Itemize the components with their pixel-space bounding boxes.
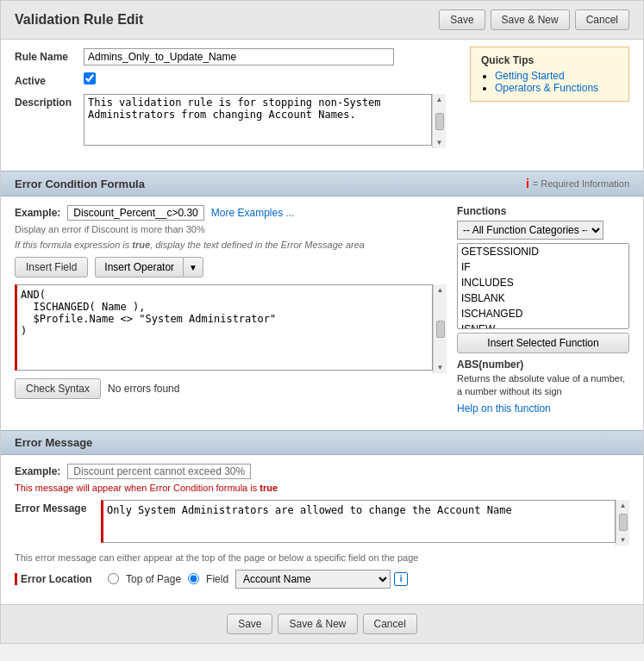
quick-tips-list: Getting Started Operators & Functions bbox=[481, 70, 618, 94]
function-item-includes: INCLUDES bbox=[458, 275, 628, 290]
error-message-title: Error Message bbox=[15, 436, 92, 449]
btn-row: Insert Field Insert Operator ▼ bbox=[15, 257, 447, 277]
error-msg-scroll-down-icon: ▼ bbox=[620, 536, 627, 544]
insert-operator-split-btn: Insert Operator ▼ bbox=[95, 257, 203, 277]
check-syntax-button[interactable]: Check Syntax bbox=[15, 378, 101, 399]
error-msg-row: Error Message Only System Administrators… bbox=[15, 500, 629, 546]
error-msg-example-box: Discount percent cannot exceed 30% bbox=[67, 464, 251, 479]
help-on-function-link[interactable]: Help on this function bbox=[457, 402, 629, 415]
footer-save-button[interactable]: Save bbox=[227, 614, 272, 634]
radio-field-label: Field bbox=[206, 573, 228, 585]
active-label: Active bbox=[15, 72, 84, 87]
field-dropdown[interactable]: Account Name Account Number Account Owne… bbox=[235, 570, 391, 589]
description-row: Description This validation rule is for … bbox=[15, 94, 629, 148]
function-description: Returns the absolute value of a number, … bbox=[457, 372, 629, 399]
functions-panel: Functions -- All Function Categories -- … bbox=[457, 205, 629, 415]
check-syntax-row: Check Syntax No errors found bbox=[15, 378, 447, 399]
required-icon: i bbox=[526, 177, 529, 190]
radio-top-label: Top of Page bbox=[126, 573, 181, 585]
function-item-ischanged: ISCHANGED bbox=[458, 306, 628, 321]
error-condition-section-header: Error Condition Formula i = Required Inf… bbox=[1, 171, 643, 196]
getting-started-link[interactable]: Getting Started bbox=[495, 70, 565, 82]
error-msg-example-label: Example: bbox=[15, 465, 60, 477]
error-location-label: Error Location bbox=[15, 573, 101, 585]
error-location-row: Error Location Top of Page Field Account… bbox=[15, 570, 629, 589]
function-item-getsessionid: GETSESSIONID bbox=[458, 244, 628, 259]
example-label: Example: bbox=[15, 207, 60, 219]
quick-tips-box: Quick Tips Getting Started Operators & F… bbox=[470, 47, 629, 102]
quick-tips-title: Quick Tips bbox=[481, 54, 618, 66]
error-msg-textarea-wrapper: Only System Administrators are allowed t… bbox=[101, 500, 629, 546]
description-label: Description bbox=[15, 94, 84, 109]
rule-name-input[interactable] bbox=[84, 48, 394, 65]
function-item-if: IF bbox=[458, 259, 628, 275]
insert-operator-arrow[interactable]: ▼ bbox=[183, 257, 203, 277]
scroll-up-icon: ▲ bbox=[436, 96, 443, 103]
error-msg-info: This message will appear when Error Cond… bbox=[15, 483, 629, 493]
functions-list[interactable]: GETSESSIONID IF INCLUDES ISBLANK ISCHANG… bbox=[457, 243, 629, 329]
formula-scroll-thumb bbox=[436, 321, 445, 338]
page-footer: Save Save & New Cancel bbox=[1, 604, 643, 643]
error-msg-label: Error Message bbox=[15, 500, 101, 514]
insert-field-button[interactable]: Insert Field bbox=[15, 257, 88, 277]
field-below-info: This error message can either appear at … bbox=[15, 552, 629, 563]
info-text-2: If this formula expression is true, disp… bbox=[15, 240, 447, 250]
functions-select-row: -- All Function Categories -- bbox=[457, 221, 629, 240]
required-info: i = Required Information bbox=[526, 177, 629, 190]
function-signature: ABS(number) bbox=[457, 359, 629, 371]
example-box: Discount_Percent__c>0.30 bbox=[67, 205, 203, 221]
formula-editor[interactable]: AND( ISCHANGED( Name ), $Profile.Name <>… bbox=[15, 284, 433, 371]
error-msg-scroll-up-icon: ▲ bbox=[620, 502, 627, 509]
page-wrapper: Validation Rule Edit Save Save & New Can… bbox=[0, 0, 644, 644]
save-new-button[interactable]: Save & New bbox=[491, 9, 570, 30]
example-row: Example: Discount_Percent__c>0.30 More E… bbox=[15, 205, 447, 221]
radio-field[interactable] bbox=[188, 573, 199, 584]
formula-textarea-wrapper: AND( ISCHANGED( Name ), $Profile.Name <>… bbox=[15, 284, 447, 373]
function-item-isblank: ISBLANK bbox=[458, 290, 628, 306]
description-textarea[interactable]: This validation rule is for stopping non… bbox=[84, 94, 432, 146]
active-checkbox[interactable] bbox=[84, 72, 96, 84]
info-text-1: Display an error if Discount is more tha… bbox=[15, 224, 447, 234]
function-categories-dropdown[interactable]: -- All Function Categories -- bbox=[457, 221, 603, 240]
footer-save-new-button[interactable]: Save & New bbox=[278, 614, 357, 634]
error-condition-body: Example: Discount_Percent__c>0.30 More E… bbox=[1, 196, 643, 423]
formula-scroll-up-icon: ▲ bbox=[437, 286, 444, 294]
error-msg-example-row: Example: Discount percent cannot exceed … bbox=[15, 464, 629, 479]
required-text: = Required Information bbox=[533, 178, 629, 189]
radio-top-of-page[interactable] bbox=[108, 573, 119, 584]
error-msg-scrollbar: ▲ ▼ bbox=[616, 500, 629, 546]
info-icon[interactable]: i bbox=[394, 572, 408, 586]
save-button[interactable]: Save bbox=[439, 9, 485, 30]
scroll-thumb bbox=[435, 113, 444, 130]
description-scrollbar: ▲ ▼ bbox=[432, 94, 446, 148]
error-message-body: Example: Discount percent cannot exceed … bbox=[1, 455, 643, 597]
formula-left: Example: Discount_Percent__c>0.30 More E… bbox=[15, 205, 447, 415]
rule-name-label: Rule Name bbox=[15, 48, 84, 63]
insert-selected-function-button[interactable]: Insert Selected Function bbox=[457, 333, 629, 353]
footer-cancel-button[interactable]: Cancel bbox=[363, 614, 417, 634]
no-errors-text: No errors found bbox=[108, 383, 179, 395]
error-msg-scroll-thumb bbox=[619, 514, 628, 531]
cancel-button[interactable]: Cancel bbox=[575, 9, 629, 30]
formula-scroll-down-icon: ▼ bbox=[437, 364, 444, 371]
function-item-isnew: ISNEW bbox=[458, 321, 628, 329]
radio-group: Top of Page Field Account Name Account N… bbox=[108, 570, 408, 589]
page-title: Validation Rule Edit bbox=[15, 12, 143, 28]
operators-functions-link[interactable]: Operators & Functions bbox=[495, 82, 598, 94]
header-buttons: Save Save & New Cancel bbox=[439, 9, 629, 30]
page-header: Validation Rule Edit Save Save & New Can… bbox=[1, 1, 643, 40]
error-condition-title: Error Condition Formula bbox=[15, 178, 145, 190]
quick-tips-item-1: Getting Started bbox=[495, 70, 618, 82]
insert-operator-button[interactable]: Insert Operator bbox=[95, 257, 183, 277]
error-message-textarea[interactable]: Only System Administrators are allowed t… bbox=[101, 500, 616, 543]
error-message-section-header: Error Message bbox=[1, 430, 643, 455]
field-dropdown-wrap: Account Name Account Number Account Owne… bbox=[235, 570, 408, 589]
formula-scrollbar: ▲ ▼ bbox=[433, 284, 447, 373]
more-examples-link[interactable]: More Examples ... bbox=[211, 207, 295, 219]
functions-label: Functions bbox=[457, 205, 629, 217]
scroll-down-icon: ▼ bbox=[436, 139, 443, 147]
quick-tips-item-2: Operators & Functions bbox=[495, 82, 618, 94]
